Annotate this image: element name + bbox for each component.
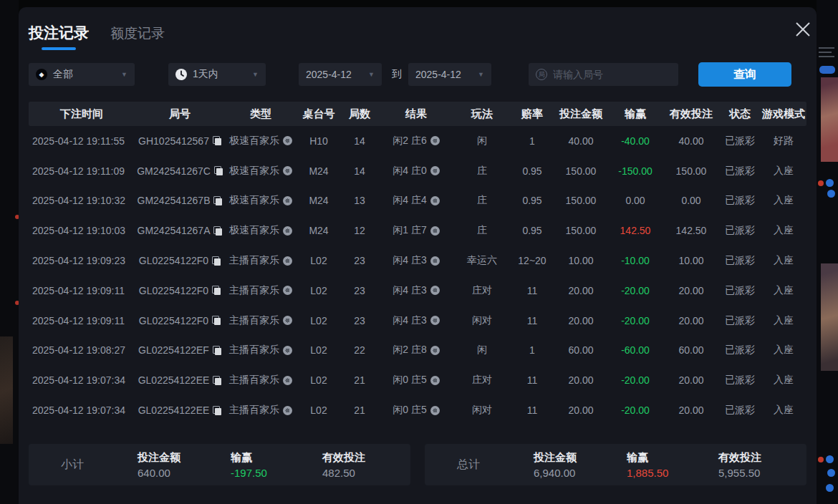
result-text: 闲4 庄3 [392,254,426,267]
copy-icon[interactable] [213,196,222,205]
cell-play-type: 幸运六 [454,254,510,267]
cell-round-no: 23 [341,255,378,266]
cell-game-mode: 入座 [761,284,806,297]
result-detail-icon[interactable] [430,376,440,385]
cell-bet-amount: 60.00 [554,344,607,356]
date-to-picker[interactable]: 2025-4-12 ▼ [408,63,491,86]
result-detail-icon[interactable] [430,316,440,325]
column-header-10: 有效投注 [663,107,719,121]
cell-play-type: 闲 [454,135,510,147]
copy-icon[interactable] [213,406,221,415]
subtotal-valid-group: 有效投注 482.50 [322,451,401,479]
copy-icon[interactable] [212,286,221,295]
result-detail-icon[interactable] [430,166,440,175]
result-detail-icon[interactable] [430,286,440,295]
cell-play-type: 闲对 [454,314,510,327]
cell-game-type: 主播百家乐 [225,344,297,357]
tab-label: 额度记录 [110,26,165,41]
table-row[interactable]: 2025-04-12 19:11:55 GH1025412567 极速百家乐 H… [29,126,806,156]
round-id-text: GL02254122EE [138,404,210,416]
tab-betting-records[interactable]: 投注记录 [29,23,89,50]
copy-icon[interactable] [212,256,221,266]
table-row[interactable]: 2025-04-12 19:07:34 GL02254122EE 主播百家乐 L… [29,365,806,395]
tab-quota-records[interactable]: 额度记录 [110,24,165,50]
cell-game-mode: 入座 [761,165,806,178]
result-detail-icon[interactable] [430,136,440,145]
total-winloss-value: 1,885.50 [627,467,704,479]
cell-bet-time: 2025-04-12 19:08:27 [29,344,135,356]
cell-round-no: 14 [341,135,378,147]
table-row[interactable]: 2025-04-12 19:07:34 GL02254122EE 主播百家乐 L… [29,395,806,425]
chevron-down-icon: ▼ [252,71,259,78]
game-type-text: 主播百家乐 [229,314,279,327]
cell-valid-bet: 20.00 [663,315,719,326]
table-row[interactable]: 2025-04-12 19:08:27 GL02254122EF 主播百家乐 L… [29,336,806,366]
cell-odds: 0.95 [510,195,554,206]
cell-status: 已派彩 [719,374,761,387]
game-type-badge-icon [283,406,292,415]
cell-odds: 11 [510,404,554,416]
cell-odds: 11 [510,315,554,326]
cell-bet-time: 2025-04-12 19:10:32 [29,195,135,206]
close-icon [794,20,812,39]
round-id-search-field[interactable]: 局 [529,63,678,86]
cell-table-no: L02 [297,374,341,386]
column-header-5: 结果 [378,107,454,121]
table-row[interactable]: 2025-04-12 19:09:11 GL02254122F0 主播百家乐 L… [29,306,806,336]
round-id-text: GL02254122EF [138,344,209,356]
cell-bet-amount: 20.00 [554,374,607,386]
cell-status: 已派彩 [719,404,761,417]
result-text: 闲0 庄5 [392,374,426,387]
result-detail-icon[interactable] [430,226,440,236]
copy-icon[interactable] [214,166,223,175]
result-detail-icon[interactable] [430,406,440,415]
round-id-input[interactable] [553,69,671,80]
winloss-title: 输赢 [627,451,704,465]
cell-game-mode: 入座 [761,194,806,207]
round-id-text: GM242541267A [138,225,211,236]
table-row[interactable]: 2025-04-12 19:09:11 GL02254122F0 主播百家乐 L… [29,276,806,306]
table-row[interactable]: 2025-04-12 19:10:32 GM242541267B 极速百家乐 M… [29,186,806,216]
date-from-picker[interactable]: 2025-4-12 ▼ [299,63,382,86]
cell-game-mode: 入座 [761,254,806,267]
copy-icon[interactable] [213,136,221,145]
column-header-12: 游戏模式 [761,107,806,121]
cell-round-id: GL02254122F0 [135,285,225,296]
cell-status: 已派彩 [719,254,761,267]
betting-records-table: 下注时间局号类型桌台号局数结果玩法赔率投注金额输赢有效投注状态游戏模式 2025… [29,102,806,425]
table-row[interactable]: 2025-04-12 19:09:23 GL02254122F0 主播百家乐 L… [29,246,806,276]
cell-table-no: L02 [297,344,341,356]
table-row[interactable]: 2025-04-12 19:10:03 GM242541267A 极速百家乐 M… [29,215,806,246]
result-detail-icon[interactable] [430,256,440,266]
cell-game-mode: 入座 [761,404,806,417]
background-blue-dot [827,469,835,477]
game-type-dropdown[interactable]: ◆ 全部 ▼ [29,63,135,86]
result-detail-icon[interactable] [430,346,440,355]
column-header-8: 投注金额 [554,107,607,121]
close-button[interactable] [792,19,814,40]
date-to-value: 2025-4-12 [415,69,461,80]
copy-icon[interactable] [213,346,221,355]
background-red-dot [818,180,824,186]
background-dealer-thumbnail [821,77,838,162]
cell-bet-amount: 150.00 [554,165,607,177]
column-header-7: 赔率 [510,107,554,121]
copy-icon[interactable] [213,376,221,385]
cell-bet-amount: 150.00 [554,225,607,236]
cell-status: 已派彩 [719,224,761,237]
game-type-text: 主播百家乐 [229,254,279,267]
result-detail-icon[interactable] [430,196,440,205]
column-header-11: 状态 [719,107,761,121]
time-range-dropdown[interactable]: 1天内 ▼ [168,63,266,86]
cell-valid-bet: 40.00 [663,135,719,147]
game-type-badge-icon [283,196,292,205]
cell-play-type: 庄 [454,224,510,237]
table-row[interactable]: 2025-04-12 19:11:09 GM242541267C 极速百家乐 M… [29,156,806,186]
cell-table-no: M24 [297,165,341,177]
cell-table-no: H10 [297,135,341,147]
copy-icon[interactable] [212,316,221,325]
cell-game-type: 极速百家乐 [225,165,297,178]
to-label: 到 [392,68,402,81]
query-button[interactable]: 查询 [698,62,791,87]
copy-icon[interactable] [213,226,222,236]
